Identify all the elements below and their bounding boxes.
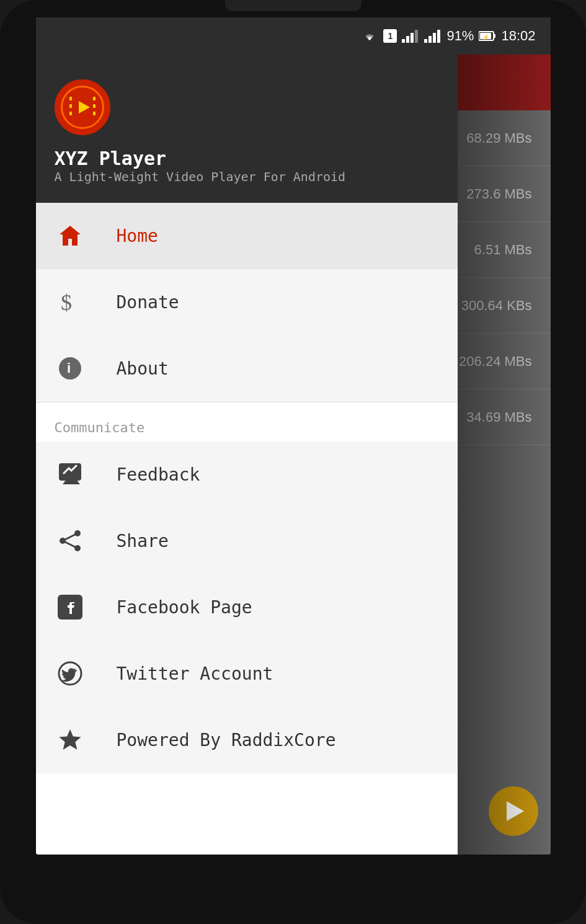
communicate-label: Communicate [55, 420, 145, 435]
share-label: Share [117, 531, 169, 551]
app-info: XYZ Player A Light-Weight Video Player F… [55, 148, 439, 184]
app-logo-inner [61, 86, 104, 129]
battery-icon: ⚡ [479, 30, 496, 42]
star-icon [55, 724, 86, 755]
facebook-label: Facebook Page [117, 597, 252, 618]
svg-marker-20 [79, 101, 90, 113]
svg-text:⚡: ⚡ [482, 33, 490, 41]
share-icon [55, 525, 86, 556]
svg-rect-18 [93, 104, 95, 108]
notch [225, 0, 362, 11]
svg-rect-9 [494, 34, 495, 38]
menu-item-feedback[interactable]: Feedback [36, 442, 458, 508]
twitter-icon [55, 658, 86, 689]
svg-marker-32 [59, 729, 81, 750]
signal-icon [402, 29, 419, 43]
twitter-label: Twitter Account [117, 664, 273, 684]
app-logo-icon [67, 92, 98, 123]
svg-rect-4 [424, 39, 427, 43]
svg-rect-24 [59, 463, 81, 481]
svg-rect-14 [69, 97, 72, 100]
svg-text:i: i [67, 360, 71, 376]
facebook-icon [55, 592, 86, 623]
menu-section-main: Home $ Donate [36, 203, 458, 402]
svg-rect-0 [402, 39, 405, 43]
svg-text:$: $ [61, 290, 72, 314]
status-icons: 1 91% [361, 28, 535, 44]
svg-rect-1 [406, 36, 409, 43]
about-label: About [117, 358, 169, 379]
communicate-header: Communicate [36, 402, 458, 442]
feedback-icon [55, 459, 86, 490]
svg-rect-15 [69, 104, 72, 108]
menu-item-twitter[interactable]: Twitter Account [36, 641, 458, 707]
notification-badge: 1 [383, 29, 397, 43]
svg-rect-19 [93, 112, 95, 115]
app-logo [55, 79, 110, 135]
status-bar: 1 91% [36, 17, 551, 55]
signal-icon-2 [424, 29, 442, 43]
menu-item-powered[interactable]: Powered By RaddixCore [36, 707, 458, 773]
svg-rect-16 [69, 112, 72, 115]
svg-rect-2 [411, 33, 414, 43]
powered-label: Powered By RaddixCore [117, 730, 336, 750]
phone-screen: 1 91% [36, 17, 551, 855]
svg-line-29 [63, 541, 78, 548]
drawer-header: XYZ Player A Light-Weight Video Player F… [36, 55, 458, 203]
menu-item-share[interactable]: Share [36, 508, 458, 574]
home-label: Home [117, 226, 158, 246]
menu-item-about[interactable]: i About [36, 335, 458, 402]
svg-rect-6 [433, 33, 436, 43]
donate-label: Donate [117, 292, 179, 313]
menu-item-donate[interactable]: $ Donate [36, 269, 458, 335]
feedback-label: Feedback [117, 464, 200, 485]
svg-rect-5 [428, 36, 432, 43]
phone-frame: 1 91% [0, 0, 586, 924]
drawer-shadow [458, 55, 551, 855]
home-icon [55, 220, 86, 251]
wifi-icon [361, 29, 378, 43]
battery-percent: 91% [446, 28, 474, 44]
communicate-section: Communicate Feedback [36, 402, 458, 773]
menu-item-home[interactable]: Home [36, 203, 458, 269]
screen-content: 68.29 MBs 273.6 MBs 6.51 MBs 300.64 KBs … [36, 55, 551, 855]
svg-rect-17 [93, 97, 95, 100]
clock: 18:02 [501, 28, 535, 44]
svg-rect-3 [415, 30, 418, 43]
svg-line-28 [63, 533, 78, 541]
navigation-drawer: XYZ Player A Light-Weight Video Player F… [36, 55, 458, 855]
info-icon: i [55, 353, 86, 384]
app-name: XYZ Player [55, 148, 439, 169]
svg-rect-7 [437, 30, 440, 43]
app-subtitle: A Light-Weight Video Player For Android [55, 169, 439, 184]
donate-icon: $ [55, 287, 86, 318]
menu-item-facebook[interactable]: Facebook Page [36, 574, 458, 641]
